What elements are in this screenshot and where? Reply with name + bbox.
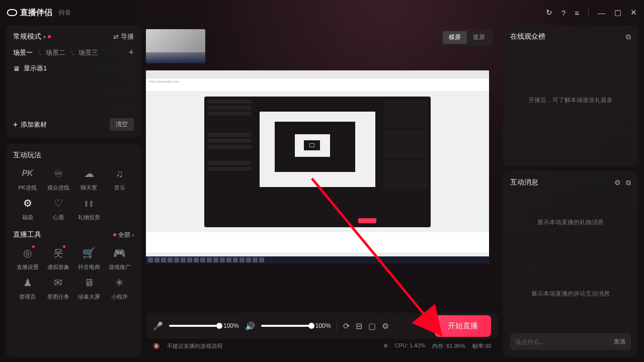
miniapp-button[interactable]: ✳小程序 (105, 275, 134, 301)
settings-icon[interactable]: ⚙ (382, 321, 389, 331)
start-stream-button[interactable]: 开始直播 (435, 315, 491, 337)
scene-tab-2[interactable]: 场景二 (46, 48, 65, 57)
status-warning[interactable]: 不建议直播的游戏说明 (167, 342, 222, 350)
lucky-bag-button[interactable]: ⚙福袋 (13, 196, 42, 221)
viewers-title: 在线观众榜 (510, 32, 545, 41)
tools-panel: 互动玩法 PKPK连线 ♾观众连线 ☁聊天室 ♫音乐 ⚙福袋 ♡心愿 ⫾⫾礼物投… (6, 144, 141, 357)
popout-icon[interactable]: ⧉ (626, 33, 631, 41)
preview-area: 横屏 竖屏 https://www.baidu.com (146, 25, 498, 307)
titlebar: 直播伴侣 ·抖音 ↻ ? ≡ — ▢ ✕ (0, 0, 644, 25)
monitor-icon: 🖥 (13, 65, 20, 72)
director-button[interactable]: ⇄ 导播 (113, 32, 134, 41)
messages-title: 互动消息 (510, 178, 538, 187)
mic-percent: 100% (223, 322, 239, 329)
app-logo: 直播伴侣 ·抖音 (7, 8, 71, 18)
swap-icon: ⇄ (113, 33, 119, 41)
scene-tab-3[interactable]: 场景三 (78, 48, 98, 57)
orientation-toggle: 横屏 竖屏 (441, 29, 493, 46)
mode-dot-icon (48, 35, 51, 38)
admin-button[interactable]: ♟管理员 (13, 275, 42, 301)
wish-button[interactable]: ♡心愿 (44, 196, 72, 221)
msg-popout-icon[interactable]: ⧉ (626, 178, 631, 187)
msg-settings-icon[interactable]: ⚙ (614, 178, 621, 187)
gift-messages-empty: 展示本场直播的礼物消息 (510, 187, 631, 258)
viewers-empty: 开播后，可了解本场谁送礼最多 (510, 41, 631, 159)
chatroom-button[interactable]: ☁聊天室 (74, 166, 103, 192)
close-button[interactable]: ✕ (630, 8, 637, 17)
audience-link-button[interactable]: ♾观众连线 (44, 166, 72, 192)
ecommerce-button[interactable]: 🛒抖音电商 (74, 245, 103, 271)
mute-icon: 🔇 (153, 343, 160, 349)
sync-icon[interactable]: ↻ (546, 8, 552, 17)
gift-vote-button[interactable]: ⫾⫾礼物投票 (74, 196, 103, 221)
stream-settings-button[interactable]: ◎直播设置 (13, 245, 42, 271)
scene-tab-1[interactable]: 场景一 (13, 48, 33, 57)
speaker-percent: 100% (315, 322, 331, 329)
landscape-button[interactable]: 横屏 (443, 31, 467, 44)
mic-slider[interactable] (169, 325, 219, 327)
control-bar: 🎤 100% 🔊 100% ⟳ ⊟ ▢ ⚙ 开始直播 (146, 313, 498, 339)
mode-selector[interactable]: 常规模式 ▾ (13, 32, 51, 41)
fps-stat: 帧率:30 (472, 342, 491, 350)
camera-icon[interactable]: ▢ (368, 321, 376, 331)
mic-icon[interactable]: 🎤 (153, 321, 163, 331)
pk-link-button[interactable]: PKPK连线 (13, 166, 42, 192)
clear-button[interactable]: 清空 (110, 118, 134, 131)
camera-thumbnail[interactable] (146, 29, 205, 63)
speaker-slider[interactable] (261, 325, 311, 327)
speaker-icon[interactable]: 🔊 (245, 321, 255, 331)
green-screen-button[interactable]: 🖥绿幕大屏 (74, 275, 103, 301)
add-scene-button[interactable]: + (128, 47, 134, 58)
help-icon[interactable]: ? (561, 9, 566, 17)
maximize-button[interactable]: ▢ (614, 8, 621, 17)
interactive-title: 互动玩法 (13, 151, 134, 160)
app-subtitle: ·抖音 (57, 9, 71, 17)
game-promo-button[interactable]: 🎮游戏推广 (105, 245, 134, 271)
mem-stat: 内存: 61.95% (432, 342, 465, 350)
menu-icon[interactable]: ≡ (575, 9, 579, 17)
add-source-button[interactable]: + 添加素材 (13, 120, 47, 129)
music-button[interactable]: ♫音乐 (105, 166, 134, 192)
zoom-icon[interactable]: ⊕ (383, 342, 388, 350)
refresh-icon[interactable]: ⟳ (343, 321, 350, 331)
cpu-stat: CPU: 1.42% (395, 342, 426, 350)
scene-panel: 常规模式 ▾ ⇄ 导播 场景一 ╲ 场景二 ╲ 场景三 + 🖥 显示器1 (6, 25, 141, 138)
tools-title: 直播工具 (13, 230, 41, 239)
comment-messages-empty: 展示本场直播的评论互动消息 (510, 258, 631, 330)
star-task-button[interactable]: ✉星图任务 (44, 275, 72, 301)
viewers-panel: 在线观众榜 ⧉ 开播后，可了解本场谁送礼最多 (503, 25, 638, 166)
minimize-button[interactable]: — (598, 9, 605, 17)
chat-input-box: 发送 (510, 333, 631, 350)
all-tools-link[interactable]: 全部› (113, 231, 134, 239)
portrait-button[interactable]: 竖屏 (467, 31, 491, 44)
record-icon[interactable]: ⊟ (356, 321, 362, 331)
screen-preview[interactable]: https://www.baidu.com (146, 70, 489, 263)
virtual-avatar-button[interactable]: 웃虚拟形象 (44, 245, 72, 271)
app-title: 直播伴侣 (20, 8, 52, 18)
chat-input[interactable] (515, 338, 614, 345)
source-item[interactable]: 🖥 显示器1 (13, 64, 134, 73)
logo-icon (7, 9, 17, 16)
messages-panel: 互动消息 ⚙ ⧉ 展示本场直播的礼物消息 展示本场直播的评论互动消息 发送 (503, 171, 638, 357)
status-bar: 🔇 不建议直播的游戏说明 ⊕ CPU: 1.42% 内存: 61.95% 帧率:… (146, 339, 498, 353)
send-button[interactable]: 发送 (614, 337, 626, 346)
